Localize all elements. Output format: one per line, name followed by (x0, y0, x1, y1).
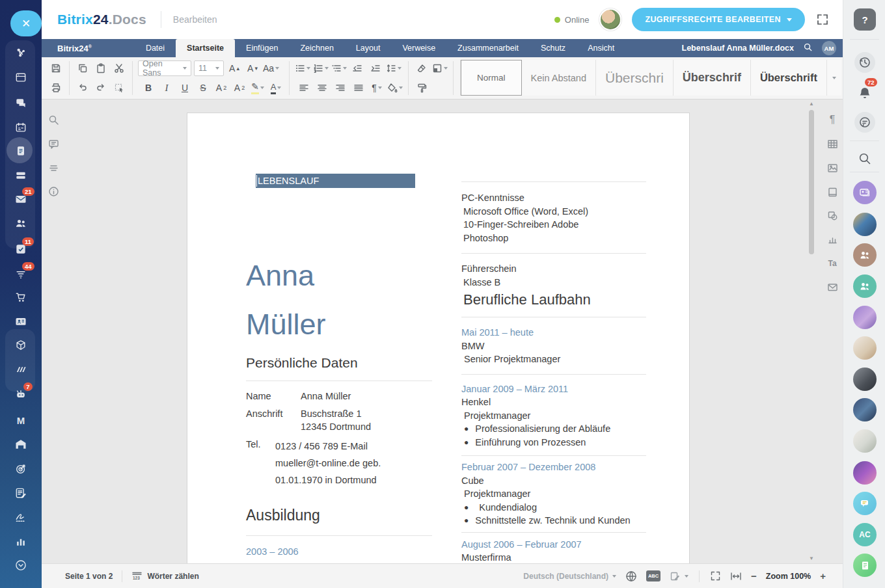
paste-button[interactable] (93, 60, 109, 76)
m-letter-item[interactable]: M (14, 413, 28, 427)
change-case-button[interactable]: Aa (263, 60, 279, 76)
help-button[interactable]: ? (854, 8, 876, 31)
signature-icon[interactable] (14, 510, 28, 524)
shading-bucket-button[interactable] (387, 80, 403, 96)
shapes-settings-icon[interactable] (825, 208, 839, 222)
style-heading1[interactable]: Überschri (596, 60, 674, 96)
find-icon[interactable] (46, 113, 61, 127)
close-button[interactable]: ✕ (10, 10, 42, 36)
fit-page-icon[interactable] (710, 570, 721, 581)
line-spacing-button[interactable] (386, 60, 402, 76)
image-settings-icon[interactable] (825, 161, 839, 175)
cube-icon[interactable] (14, 338, 28, 353)
print-button[interactable] (48, 80, 64, 96)
comments-icon[interactable] (46, 137, 61, 151)
calendar-icon[interactable] (14, 120, 28, 135)
copy-button[interactable] (75, 60, 90, 76)
tab-zusammenarbeit[interactable]: Zusammenarbeit (446, 39, 530, 57)
chart-settings-icon[interactable] (825, 232, 839, 247)
user-initials-avatar[interactable]: AM (822, 41, 836, 55)
access-rights-button[interactable]: ZUGRIFFSRECHTE BEARBEITEN (632, 8, 805, 31)
cut-button[interactable] (111, 60, 127, 76)
bullet-list-button[interactable] (295, 60, 310, 76)
people-icon[interactable] (14, 216, 28, 230)
cell-shading-button[interactable] (432, 60, 448, 76)
tab-ansicht[interactable]: Ansicht (577, 39, 625, 57)
chat-panel-icon[interactable] (854, 112, 875, 133)
avatar-group-teal[interactable] (853, 274, 877, 298)
style-heading3[interactable]: Überschrift (751, 60, 827, 96)
cart-icon[interactable] (14, 290, 28, 304)
navigation-icon[interactable] (46, 161, 61, 175)
word-count-button[interactable]: 123 Wörter zählen (131, 571, 198, 581)
search-panel-icon[interactable] (854, 148, 875, 169)
scroll-up-arrow[interactable]: ▲ (808, 101, 815, 107)
bold-button[interactable]: B (141, 80, 156, 96)
history-icon[interactable] (854, 52, 875, 73)
avatar-initials-ac[interactable]: AC (853, 523, 877, 546)
tab-verweise[interactable]: Verweise (391, 39, 446, 57)
tab-schutz[interactable]: Schutz (530, 39, 577, 57)
font-name-select[interactable]: Open Sans (138, 60, 191, 76)
doc-edit-icon[interactable] (14, 486, 28, 500)
avatar-chat-bot[interactable] (853, 492, 877, 515)
avatar-photo-5[interactable] (853, 398, 877, 421)
style-gallery-expand[interactable] (827, 60, 841, 96)
drive-icon[interactable] (14, 168, 28, 182)
select-button[interactable] (111, 80, 127, 96)
spellcheck-toggle[interactable]: ABC (646, 570, 660, 581)
browser-icon[interactable] (14, 70, 28, 85)
align-left-button[interactable] (296, 80, 312, 96)
strikethrough-button[interactable]: S (195, 80, 211, 96)
tab-zeichnen[interactable]: Zeichnen (289, 39, 344, 57)
avatar-photo-4[interactable] (853, 368, 877, 391)
zoom-level[interactable]: Zoom 100% (766, 572, 811, 581)
superscript-button[interactable]: A2 (213, 80, 229, 96)
paragraph-settings-icon[interactable]: ¶ (825, 113, 839, 127)
scrollbar-track[interactable]: ▲ ▼ (808, 100, 815, 563)
decrease-indent-button[interactable] (349, 60, 365, 76)
mailmerge-icon[interactable] (825, 280, 839, 294)
tab-einfuegen[interactable]: Einfügen (235, 39, 289, 57)
tab-layout[interactable]: Layout (345, 39, 392, 57)
fit-width-icon[interactable] (730, 572, 742, 581)
track-changes-button[interactable] (670, 571, 688, 581)
zoom-out-button[interactable]: − (751, 570, 757, 581)
target-icon[interactable] (14, 462, 28, 476)
scroll-down-arrow[interactable]: ▼ (808, 555, 815, 562)
warehouse-icon[interactable] (14, 437, 28, 451)
justify-button[interactable] (351, 80, 366, 96)
paragraph-marks-button[interactable]: ¶ (369, 80, 385, 96)
eraser-button[interactable] (414, 60, 429, 76)
search-icon[interactable] (803, 42, 813, 55)
avatar-contact-card[interactable] (853, 181, 877, 204)
highlight-color-button[interactable]: ✎ (250, 80, 266, 96)
document-page[interactable]: LEBENSLAUF Anna Müller Persönliche Daten… (187, 113, 690, 563)
grow-font-button[interactable]: A▴ (226, 60, 242, 76)
page-indicator[interactable]: Seite 1 von 2 (65, 572, 113, 581)
globe-icon[interactable] (625, 570, 637, 582)
zoom-in-button[interactable]: + (820, 570, 826, 581)
style-normal[interactable]: Normal (461, 60, 522, 96)
avatar-photo-7[interactable] (853, 461, 877, 485)
avatar-photo-6[interactable] (853, 429, 877, 453)
table-settings-icon[interactable] (825, 137, 839, 151)
contact-card-icon[interactable] (14, 314, 28, 328)
multilevel-list-button[interactable] (331, 60, 347, 76)
user-avatar[interactable] (599, 8, 621, 31)
doc-title-highlighted[interactable]: LEBENSLAUF (256, 174, 415, 188)
avatar-group-brown[interactable] (853, 243, 877, 267)
textart-settings-icon[interactable]: Ta (825, 256, 839, 271)
avatar-photo-2[interactable] (853, 306, 877, 329)
slashes-logo-icon[interactable] (14, 363, 28, 377)
redo-button[interactable] (93, 80, 109, 96)
language-selector[interactable]: Deutsch (Deutschland) (523, 572, 616, 581)
more-chevron-icon[interactable] (14, 558, 28, 572)
undo-button[interactable] (75, 80, 90, 96)
tab-startseite[interactable]: Startseite (176, 39, 235, 57)
increase-indent-button[interactable] (368, 60, 383, 76)
font-size-select[interactable]: 11 (194, 60, 224, 76)
save-button[interactable] (48, 60, 64, 76)
italic-button[interactable]: I (159, 80, 174, 96)
fullscreen-icon[interactable] (815, 12, 830, 27)
